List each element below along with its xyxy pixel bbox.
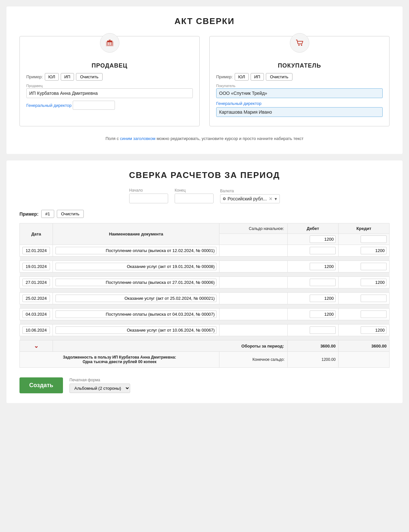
example-hash-button[interactable]: #1 <box>41 210 54 218</box>
buyer-ip-button[interactable]: ИП <box>251 73 264 81</box>
svg-point-8 <box>298 44 300 46</box>
row-name-input[interactable] <box>56 263 217 270</box>
seller-card-wrapper: ПРОДАВЕЦ Пример: ЮЛ ИП Очистить Продавец… <box>26 43 193 110</box>
hint-rest: можно редактировать, установите курсор и… <box>155 136 304 141</box>
print-form-select[interactable]: Альбомный (2 стороны) <box>69 384 130 393</box>
row-date-input[interactable] <box>22 295 50 302</box>
row-kredit-input[interactable] <box>361 295 387 302</box>
sverka-title: СВЕРКА РАСЧЕТОВ ЗА ПЕРИОД <box>19 170 390 180</box>
akt-title: АКТ СВЕРКИ <box>19 16 390 26</box>
buyer-primer-label: Пример: <box>216 74 233 79</box>
currency-dot-icon <box>223 197 226 200</box>
itogo-text: Задолженность в пользу ИП Курбатова Анна… <box>20 352 219 368</box>
period-start-label: Начало <box>129 188 168 193</box>
row-kredit <box>338 309 389 320</box>
row-kredit-input[interactable] <box>361 326 387 334</box>
hint-row: Поля с синим заголовком можно редактиров… <box>19 133 390 144</box>
currency-select[interactable]: Российский рубл... ✕ ▾ <box>220 194 280 203</box>
spacer-row <box>20 304 390 309</box>
row-date-input[interactable] <box>22 263 50 270</box>
table-row <box>20 309 390 320</box>
col-date-header: Дата <box>20 223 53 245</box>
row-saldo <box>219 324 287 336</box>
row-debet-input[interactable] <box>310 310 336 318</box>
konechnoe-kredit <box>338 352 389 368</box>
col-name-header: Наименование документа <box>53 223 219 245</box>
row-debet-input[interactable] <box>310 326 336 334</box>
row-date-input[interactable] <box>22 247 50 254</box>
row-kredit-input[interactable] <box>361 279 387 286</box>
row-name <box>53 261 219 272</box>
row-name-input[interactable] <box>56 247 217 254</box>
example-clear-button[interactable]: Очистить <box>57 210 84 218</box>
seller-ip-button[interactable]: ИП <box>61 73 74 81</box>
row-kredit-input[interactable] <box>361 247 387 254</box>
seller-title: ПРОДАВЕЦ <box>26 62 193 69</box>
seller-field-label: Продавец <box>26 84 193 88</box>
row-kredit-input[interactable] <box>361 310 387 318</box>
row-date <box>20 277 53 288</box>
hint-text: Поля с <box>105 136 120 141</box>
saldo-debet-input[interactable] <box>310 235 336 243</box>
seller-name-group: Продавец <box>26 84 193 98</box>
bottom-row: Создать Печатная форма Альбомный (2 стор… <box>19 374 390 393</box>
row-kredit <box>338 293 389 304</box>
row-saldo <box>219 309 287 320</box>
buyer-yul-button[interactable]: ЮЛ <box>235 73 249 81</box>
seller-director-link[interactable]: Генеральный директор <box>26 103 71 108</box>
seller-director-input[interactable] <box>73 101 115 110</box>
buyer-clear-button[interactable]: Очистить <box>266 73 293 81</box>
row-debet <box>287 245 338 257</box>
row-name <box>53 245 219 257</box>
row-date-input[interactable] <box>22 326 50 334</box>
row-date-input[interactable] <box>22 310 50 318</box>
table-footer: ⌄ Обороты за период: 3600.00 3600.00 Зад… <box>20 340 390 368</box>
sverka-table: Дата Наименование документа Сальдо начал… <box>19 223 390 368</box>
row-debet-input[interactable] <box>310 247 336 254</box>
chevron-down-icon[interactable]: ⌄ <box>34 343 39 349</box>
period-end-input[interactable] <box>175 194 214 203</box>
row-debet <box>287 293 338 304</box>
period-end-field: Конец <box>175 188 214 203</box>
row-kredit-input[interactable] <box>361 263 387 270</box>
row-debet-input[interactable] <box>310 263 336 270</box>
period-start-input[interactable] <box>129 194 168 203</box>
seller-name-input[interactable] <box>26 88 193 98</box>
cart-icon <box>295 38 304 48</box>
seller-clear-button[interactable]: Очистить <box>76 73 103 81</box>
table-row <box>20 261 390 272</box>
create-button[interactable]: Создать <box>19 377 63 393</box>
buyer-card-wrapper: ПОКУПАТЕЛЬ Пример: ЮЛ ИП Очистить Покупа… <box>216 43 383 117</box>
buyer-director-link[interactable]: Генеральный директор <box>216 101 261 106</box>
row-date <box>20 309 53 320</box>
example-row: Пример: #1 Очистить <box>19 210 390 218</box>
cash-register-icon <box>105 38 115 48</box>
sverka-section: СВЕРКА РАСЧЕТОВ ЗА ПЕРИОД Начало Конец В… <box>6 160 403 403</box>
row-name-input[interactable] <box>56 279 217 286</box>
seller-yul-button[interactable]: ЮЛ <box>45 73 59 81</box>
saldo-kredit-input[interactable] <box>361 235 387 243</box>
row-kredit <box>338 245 389 257</box>
table-header-row: Дата Наименование документа Сальдо начал… <box>20 223 390 234</box>
oboroty-kredit: 3600.00 <box>338 340 389 352</box>
buyer-name-input[interactable] <box>216 88 383 98</box>
oboroty-label: Обороты за период: <box>53 340 288 352</box>
table-row <box>20 277 390 288</box>
buyer-icon <box>290 33 309 53</box>
currency-value: Российский рубл... <box>228 196 267 201</box>
spacer-row <box>20 257 390 261</box>
row-name-input[interactable] <box>56 310 217 318</box>
row-debet <box>287 324 338 336</box>
row-debet-input[interactable] <box>310 279 336 286</box>
col-kredit-header: Кредит <box>338 223 389 234</box>
row-debet-input[interactable] <box>310 295 336 302</box>
row-date-input[interactable] <box>22 279 50 286</box>
row-name-input[interactable] <box>56 326 217 334</box>
col-debet-header: Дебет <box>287 223 338 234</box>
buyer-director-input[interactable] <box>216 107 383 117</box>
row-date <box>20 293 53 304</box>
spacer-row <box>20 288 390 293</box>
currency-clear-icon[interactable]: ✕ <box>269 196 273 201</box>
currency-dropdown-icon[interactable]: ▾ <box>275 196 277 201</box>
row-name-input[interactable] <box>56 295 217 302</box>
